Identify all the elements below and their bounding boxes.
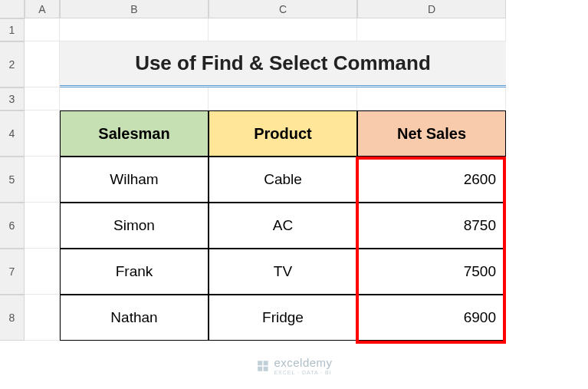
row-header-8[interactable]: 8 bbox=[0, 295, 25, 341]
spreadsheet-grid: A B C D 1 2 Use of Find & Select Command… bbox=[0, 0, 588, 341]
row-header-7[interactable]: 7 bbox=[0, 249, 25, 295]
cell-a6[interactable] bbox=[25, 203, 60, 249]
watermark: exceldemy EXCEL · DATA · BI bbox=[255, 357, 332, 375]
cell-a4[interactable] bbox=[25, 110, 60, 157]
select-all-corner[interactable] bbox=[0, 0, 25, 18]
cell-c3[interactable] bbox=[209, 87, 357, 110]
cell-salesman-1[interactable]: Wilham bbox=[60, 157, 209, 203]
cell-netsales-4[interactable]: 6900 bbox=[357, 295, 506, 341]
row-header-5[interactable]: 5 bbox=[0, 157, 25, 203]
cell-netsales-1[interactable]: 2600 bbox=[357, 157, 506, 203]
cell-d1[interactable] bbox=[357, 18, 506, 41]
cell-b1[interactable] bbox=[60, 18, 209, 41]
cell-a3[interactable] bbox=[25, 87, 60, 110]
title-cell[interactable]: Use of Find & Select Command bbox=[60, 41, 506, 87]
cell-a8[interactable] bbox=[25, 295, 60, 341]
cell-product-4[interactable]: Fridge bbox=[209, 295, 357, 341]
col-header-b[interactable]: B bbox=[60, 0, 209, 18]
col-header-d[interactable]: D bbox=[357, 0, 506, 18]
row-header-1[interactable]: 1 bbox=[0, 18, 25, 41]
cell-c1[interactable] bbox=[209, 18, 357, 41]
header-salesman[interactable]: Salesman bbox=[60, 110, 209, 157]
cell-b3[interactable] bbox=[60, 87, 209, 110]
cell-d3[interactable] bbox=[357, 87, 506, 110]
cell-netsales-2[interactable]: 8750 bbox=[357, 203, 506, 249]
col-header-a[interactable]: A bbox=[25, 0, 60, 18]
row-header-4[interactable]: 4 bbox=[0, 110, 25, 157]
row-header-6[interactable]: 6 bbox=[0, 203, 25, 249]
cell-a7[interactable] bbox=[25, 249, 60, 295]
cell-salesman-2[interactable]: Simon bbox=[60, 203, 209, 249]
header-net-sales[interactable]: Net Sales bbox=[357, 110, 506, 157]
cell-salesman-3[interactable]: Frank bbox=[60, 249, 209, 295]
cell-a2[interactable] bbox=[25, 41, 60, 87]
watermark-subtext: EXCEL · DATA · BI bbox=[274, 370, 332, 375]
cell-netsales-3[interactable]: 7500 bbox=[357, 249, 506, 295]
header-product[interactable]: Product bbox=[209, 110, 357, 157]
col-header-c[interactable]: C bbox=[209, 0, 357, 18]
row-header-2[interactable]: 2 bbox=[0, 41, 25, 87]
cell-product-3[interactable]: TV bbox=[209, 249, 357, 295]
cell-a1[interactable] bbox=[25, 18, 60, 41]
cell-salesman-4[interactable]: Nathan bbox=[60, 295, 209, 341]
row-header-3[interactable]: 3 bbox=[0, 87, 25, 110]
watermark-icon bbox=[255, 359, 269, 373]
cell-a5[interactable] bbox=[25, 157, 60, 203]
cell-product-1[interactable]: Cable bbox=[209, 157, 357, 203]
cell-product-2[interactable]: AC bbox=[209, 203, 357, 249]
watermark-text: exceldemy bbox=[274, 357, 332, 368]
